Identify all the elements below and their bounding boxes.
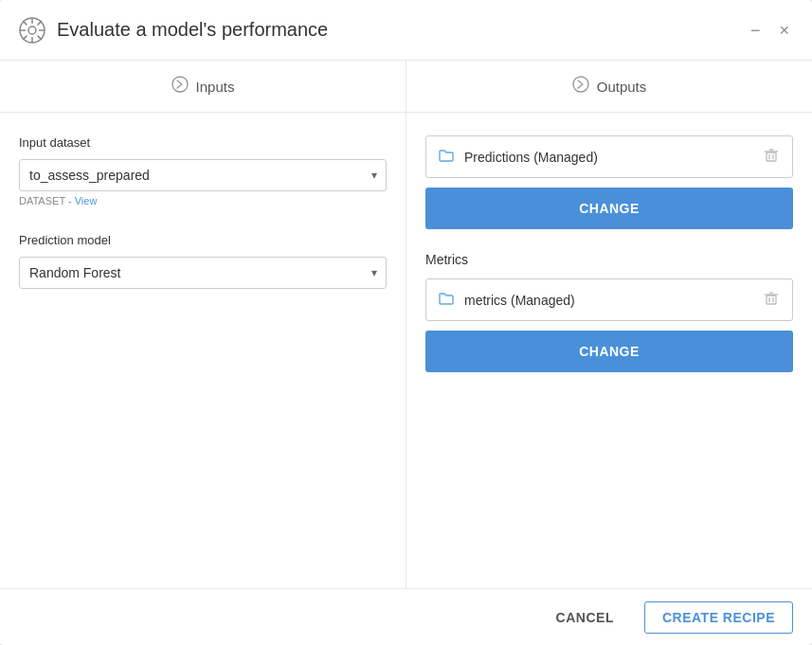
input-dataset-group: Input dataset to_assess_prepared ▾ DATAS…: [19, 135, 387, 206]
modal-body: Inputs Input dataset to_assess_prepared …: [0, 61, 812, 588]
input-dataset-select[interactable]: to_assess_prepared: [19, 159, 387, 191]
predictions-delete-button[interactable]: [762, 146, 781, 168]
modal-controls: − ×: [747, 18, 793, 43]
svg-point-10: [172, 77, 188, 92]
minimize-button[interactable]: −: [747, 18, 765, 43]
modal-icon: [19, 17, 45, 44]
predictions-section: Predictions (Managed) CHANGE: [425, 135, 793, 229]
input-dataset-label: Input dataset: [19, 135, 387, 150]
predictions-folder-icon: [438, 147, 455, 168]
prediction-model-select-wrapper: Random Forest Linear Regression Gradient…: [19, 257, 387, 289]
outputs-panel: Outputs Predictions (Managed): [406, 61, 812, 588]
svg-line-6: [23, 21, 27, 25]
dataset-sub-prefix: DATASET: [19, 195, 65, 206]
metrics-folder-icon: [438, 290, 455, 311]
inputs-arrow-icon: [171, 76, 189, 97]
inputs-panel-content: Input dataset to_assess_prepared ▾ DATAS…: [0, 113, 406, 588]
predictions-item-name: Predictions (Managed): [464, 150, 762, 165]
metrics-section: Metrics metrics (Managed): [425, 252, 793, 372]
close-button[interactable]: ×: [775, 18, 793, 43]
inputs-panel-header: Inputs: [0, 61, 406, 113]
outputs-panel-label: Outputs: [597, 79, 647, 95]
cancel-button[interactable]: CANCEL: [541, 602, 629, 633]
metrics-section-label: Metrics: [425, 252, 793, 267]
prediction-model-select[interactable]: Random Forest Linear Regression Gradient…: [19, 257, 387, 289]
input-dataset-select-wrapper: to_assess_prepared ▾: [19, 159, 387, 191]
dataset-subtitle: DATASET - View: [19, 195, 387, 206]
metrics-change-button[interactable]: CHANGE: [425, 331, 793, 372]
modal-header: Evaluate a model's performance − ×: [0, 0, 812, 61]
inputs-panel: Inputs Input dataset to_assess_prepared …: [0, 61, 406, 588]
outputs-panel-header: Outputs: [406, 61, 812, 113]
metrics-item-name: metrics (Managed): [464, 293, 762, 308]
svg-point-11: [573, 77, 588, 92]
outputs-panel-content: Predictions (Managed) CHANGE: [406, 113, 812, 588]
svg-line-7: [38, 35, 42, 39]
modal-title: Evaluate a model's performance: [57, 19, 747, 41]
svg-rect-17: [767, 296, 776, 304]
svg-line-8: [38, 21, 42, 25]
metrics-delete-button[interactable]: [762, 289, 781, 311]
dataset-sub-separator: -: [65, 195, 75, 206]
prediction-model-label: Prediction model: [19, 233, 387, 247]
modal-container: Evaluate a model's performance − × Input…: [0, 0, 812, 645]
metrics-item: metrics (Managed): [425, 278, 793, 321]
modal-footer: CANCEL CREATE RECIPE: [0, 588, 812, 645]
outputs-arrow-icon: [572, 76, 589, 97]
dataset-view-link[interactable]: View: [75, 195, 98, 206]
predictions-change-button[interactable]: CHANGE: [425, 188, 793, 229]
create-recipe-button[interactable]: CREATE RECIPE: [644, 601, 793, 634]
predictions-item: Predictions (Managed): [425, 135, 793, 178]
inputs-panel-label: Inputs: [196, 79, 235, 95]
svg-rect-12: [767, 152, 776, 161]
svg-point-1: [28, 27, 36, 34]
svg-line-9: [23, 35, 27, 39]
prediction-model-group: Prediction model Random Forest Linear Re…: [19, 233, 387, 289]
